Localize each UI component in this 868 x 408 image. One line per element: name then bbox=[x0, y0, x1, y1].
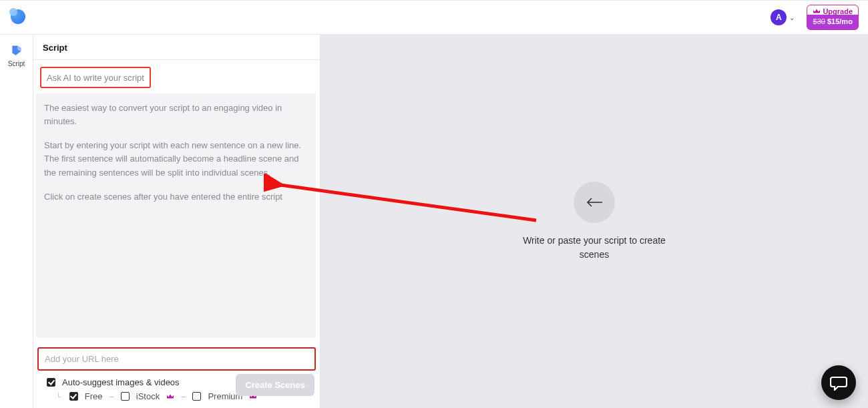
script-textarea[interactable]: The easiest way to convert your script t… bbox=[36, 93, 316, 338]
canvas-hint: Write or paste your script to create sce… bbox=[514, 234, 674, 261]
upgrade-top-row: Upgrade bbox=[813, 7, 853, 16]
auto-suggest-label: Auto-suggest images & videos bbox=[62, 377, 180, 387]
top-right-group: A ⌄ Upgrade $30 $15/mo bbox=[771, 5, 859, 30]
chat-support-button[interactable] bbox=[821, 365, 856, 400]
separator-icon: – bbox=[110, 391, 114, 401]
placeholder-p2: Start by entering your script with each … bbox=[44, 139, 308, 179]
upgrade-price-row: $30 $15/mo bbox=[813, 17, 853, 26]
create-scenes-button[interactable]: Create Scenes bbox=[236, 374, 314, 396]
top-bar: A ⌄ Upgrade $30 $15/mo bbox=[0, 0, 868, 35]
upgrade-button[interactable]: Upgrade $30 $15/mo bbox=[807, 5, 859, 30]
ask-ai-button[interactable]: Ask AI to write your script bbox=[40, 67, 151, 88]
sidenav-label: Script bbox=[8, 60, 25, 67]
panel-title: Script bbox=[43, 43, 310, 53]
chat-icon bbox=[830, 375, 847, 391]
istock-checkbox[interactable] bbox=[121, 392, 130, 401]
avatar-letter: A bbox=[776, 13, 782, 22]
placeholder-p3: Click on create scenes after you have en… bbox=[44, 190, 308, 204]
preview-canvas: Write or paste your script to create sce… bbox=[320, 35, 868, 408]
crown-icon bbox=[813, 8, 821, 15]
sidenav: Script bbox=[0, 35, 33, 408]
url-input[interactable] bbox=[39, 349, 314, 369]
free-label: Free bbox=[85, 391, 103, 401]
crown-icon bbox=[166, 393, 174, 400]
upgrade-new-price: $15/mo bbox=[827, 17, 853, 25]
script-panel: Script Ask AI to write your script The e… bbox=[33, 35, 320, 408]
url-input-wrap bbox=[37, 347, 316, 371]
upgrade-label: Upgrade bbox=[823, 7, 853, 16]
ask-ai-wrap: Ask AI to write your script bbox=[33, 60, 320, 93]
avatar: A bbox=[771, 9, 787, 25]
arrow-left-circle-icon bbox=[574, 182, 615, 223]
istock-label: iStock bbox=[136, 391, 160, 401]
ask-ai-text: Ask AI to write your script bbox=[47, 73, 144, 83]
placeholder-p1: The easiest way to convert your script t… bbox=[44, 101, 308, 128]
panel-header: Script bbox=[33, 35, 320, 60]
separator-icon: – bbox=[181, 391, 186, 401]
create-scenes-label: Create Scenes bbox=[245, 380, 305, 390]
premium-checkbox[interactable] bbox=[192, 392, 201, 401]
chevron-down-icon: ⌄ bbox=[789, 14, 795, 21]
auto-suggest-checkbox[interactable] bbox=[47, 378, 55, 387]
main: Script Script Ask AI to write your scrip… bbox=[0, 35, 868, 408]
tree-connector-icon: └ bbox=[56, 393, 61, 401]
brand-logo[interactable] bbox=[11, 9, 27, 25]
script-icon bbox=[10, 44, 23, 57]
free-checkbox[interactable] bbox=[69, 392, 78, 401]
account-menu[interactable]: A ⌄ bbox=[771, 9, 795, 25]
sidenav-item-script[interactable]: Script bbox=[8, 44, 25, 67]
arrow-left-icon bbox=[585, 196, 604, 209]
create-scenes-wrap: Create Scenes bbox=[236, 374, 314, 396]
upgrade-old-price: $30 bbox=[813, 17, 825, 25]
